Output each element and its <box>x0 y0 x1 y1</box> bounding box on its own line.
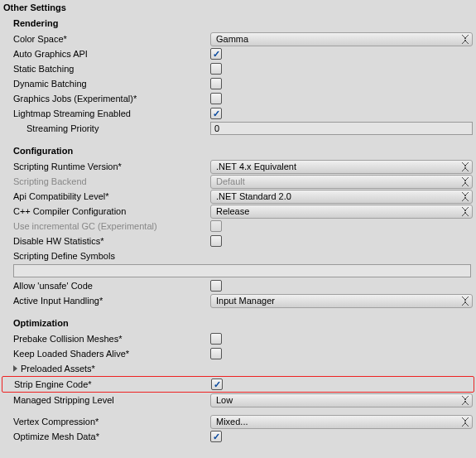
label-vertex-compression: Vertex Compression* <box>13 417 210 427</box>
label-optimize-mesh: Optimize Mesh Data* <box>13 431 210 441</box>
row-define-symbols-label: Scripting Define Symbols <box>0 248 476 263</box>
input-streaming-priority[interactable] <box>210 122 473 135</box>
select-managed-stripping[interactable]: Low <box>210 393 473 407</box>
row-cpp-compiler: C++ Compiler Configuration Release <box>0 204 476 219</box>
row-lightmap-streaming: Lightmap Streaming Enabled <box>0 106 476 121</box>
row-allow-unsafe: Allow 'unsafe' Code <box>0 278 476 293</box>
row-graphics-jobs: Graphics Jobs (Experimental)* <box>0 91 476 106</box>
checkbox-static-batching[interactable] <box>210 63 222 75</box>
select-active-input[interactable]: Input Manager <box>210 294 473 308</box>
row-disable-hw: Disable HW Statistics* <box>0 234 476 248</box>
checkbox-graphics-jobs[interactable] <box>210 93 222 104</box>
select-scripting-runtime[interactable]: .NET 4.x Equivalent <box>210 160 473 174</box>
row-vertex-compression: Vertex Compression* Mixed... <box>0 414 476 429</box>
label-dynamic-batching: Dynamic Batching <box>13 79 210 89</box>
row-define-symbols-field <box>0 263 476 278</box>
label-managed-stripping: Managed Stripping Level <box>13 395 210 405</box>
label-static-batching: Static Batching <box>13 64 210 74</box>
label-disable-hw: Disable HW Statistics* <box>13 236 210 246</box>
row-preloaded-assets[interactable]: Preloaded Assets* <box>0 361 476 376</box>
row-color-space: Color Space* Gamma <box>0 31 476 46</box>
row-active-input: Active Input Handling* Input Manager <box>0 293 476 308</box>
checkbox-optimize-mesh[interactable] <box>210 431 222 442</box>
label-keep-shaders: Keep Loaded Shaders Alive* <box>13 349 210 359</box>
row-streaming-priority: Streaming Priority <box>0 121 476 136</box>
checkbox-strip-engine[interactable] <box>211 378 223 390</box>
row-auto-graphics: Auto Graphics API <box>0 46 476 61</box>
section-other-settings: Other Settings <box>0 0 476 15</box>
row-strip-engine: Strip Engine Code* <box>2 376 474 393</box>
label-auto-graphics: Auto Graphics API <box>13 49 210 59</box>
row-keep-shaders: Keep Loaded Shaders Alive* <box>0 346 476 361</box>
label-active-input: Active Input Handling* <box>13 296 210 306</box>
label-allow-unsafe: Allow 'unsafe' Code <box>13 281 210 291</box>
row-scripting-runtime: Scripting Runtime Version* .NET 4.x Equi… <box>0 159 476 174</box>
select-scripting-backend: Default <box>210 175 473 189</box>
label-api-compat: Api Compatibility Level* <box>13 191 210 201</box>
label-scripting-backend: Scripting Backend <box>13 176 210 186</box>
select-api-compat[interactable]: .NET Standard 2.0 <box>210 190 473 204</box>
row-dynamic-batching: Dynamic Batching <box>0 76 476 91</box>
row-scripting-backend: Scripting Backend Default <box>0 174 476 189</box>
checkbox-disable-hw[interactable] <box>210 235 222 247</box>
checkbox-keep-shaders[interactable] <box>210 348 222 359</box>
checkbox-dynamic-batching[interactable] <box>210 78 222 89</box>
checkbox-prebake-collision[interactable] <box>210 333 222 345</box>
row-managed-stripping: Managed Stripping Level Low <box>0 393 476 407</box>
checkbox-incremental-gc <box>210 220 222 232</box>
input-define-symbols[interactable] <box>13 264 471 277</box>
subsection-configuration: Configuration <box>0 142 476 159</box>
select-cpp-compiler[interactable]: Release <box>210 205 473 219</box>
label-streaming-priority: Streaming Priority <box>26 123 210 133</box>
label-incremental-gc: Use incremental GC (Experimental) <box>13 221 210 231</box>
row-api-compat: Api Compatibility Level* .NET Standard 2… <box>0 189 476 204</box>
label-lightmap-streaming: Lightmap Streaming Enabled <box>13 108 210 118</box>
label-scripting-runtime: Scripting Runtime Version* <box>13 162 210 171</box>
row-optimize-mesh: Optimize Mesh Data* <box>0 429 476 444</box>
row-incremental-gc: Use incremental GC (Experimental) <box>0 219 476 234</box>
label-cpp-compiler: C++ Compiler Configuration <box>13 206 210 216</box>
checkbox-lightmap-streaming[interactable] <box>210 108 222 119</box>
label-color-space: Color Space* <box>13 34 210 44</box>
checkbox-auto-graphics[interactable] <box>210 48 222 60</box>
row-prebake-collision: Prebake Collision Meshes* <box>0 331 476 346</box>
checkbox-allow-unsafe[interactable] <box>210 280 222 292</box>
select-vertex-compression[interactable]: Mixed... <box>210 415 473 429</box>
label-graphics-jobs: Graphics Jobs (Experimental)* <box>13 94 210 104</box>
label-prebake-collision: Prebake Collision Meshes* <box>13 334 210 344</box>
label-preloaded-assets: Preloaded Assets* <box>21 364 95 374</box>
foldout-arrow-icon <box>13 365 17 372</box>
select-color-space[interactable]: Gamma <box>210 32 473 46</box>
row-static-batching: Static Batching <box>0 61 476 76</box>
subsection-optimization: Optimization <box>0 315 476 331</box>
label-strip-engine: Strip Engine Code* <box>14 379 211 389</box>
label-define-symbols: Scripting Define Symbols <box>13 251 210 261</box>
subsection-rendering: Rendering <box>0 15 476 31</box>
